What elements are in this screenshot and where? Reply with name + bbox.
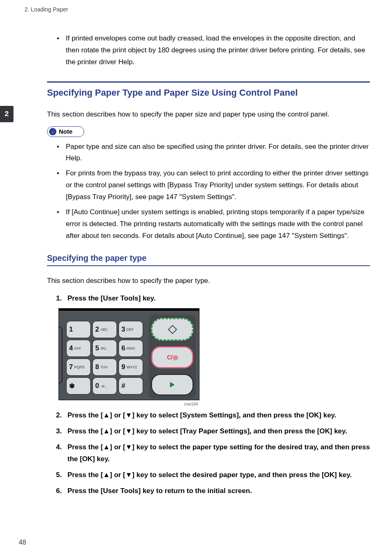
section-intro: This section describes how to specify th…	[47, 109, 370, 121]
subheading-text: Specifying the paper type	[47, 253, 370, 263]
start-button	[151, 374, 193, 395]
keypad-key-2: 2ABC	[92, 321, 117, 338]
right-button-panel: C/◎	[149, 315, 196, 399]
keypad-key-7: 7PQRS	[66, 359, 91, 376]
section-heading-text: Specifying Paper Type and Paper Size Usi…	[47, 87, 370, 98]
keypad-key-4: 4GHI	[66, 340, 91, 357]
subheading: Specifying the paper type	[47, 253, 370, 266]
start-icon	[170, 382, 175, 388]
note-list: Paper type and size can also be specifie…	[47, 141, 370, 242]
page-content: If printed envelopes come out badly crea…	[47, 33, 370, 501]
keypad-figure: 1 2ABC 3DEF 4GHI 5JKL 6MNO 7PQRS 8TUV 9W…	[58, 308, 199, 406]
note-badge: ↓ Note	[47, 126, 84, 137]
note-item: For prints from the bypass tray, you can…	[66, 168, 370, 203]
page-number: 48	[19, 539, 26, 546]
clear-stop-label: C/◎	[167, 354, 178, 361]
step-list-cont: Press the [▲] or [▼] key to select [Syst…	[47, 410, 370, 497]
note-item: If [Auto Continue] under system settings…	[66, 206, 370, 242]
keypad-key-star: ✱	[66, 377, 91, 395]
keypad-key-5: 5JKL	[92, 340, 117, 357]
diamond-icon	[168, 325, 177, 334]
step-item: Press the [User Tools] key to return to …	[56, 485, 370, 497]
step-item: Press the [User Tools] key.	[56, 293, 370, 305]
keypad-key-8: 8TUV	[92, 359, 117, 376]
clear-stop-button: C/◎	[151, 346, 193, 368]
keypad-key-1: 1	[66, 321, 91, 338]
top-bullet-list: If printed envelopes come out badly crea…	[47, 33, 370, 68]
chapter-tab: 2	[0, 106, 13, 122]
step-item: Press the [▲] or [▼] key to select [Tray…	[56, 426, 370, 437]
subsection-intro: This section describes how to specify th…	[47, 275, 370, 287]
note-label: Note	[59, 128, 72, 135]
down-arrow-icon: ↓	[49, 128, 56, 135]
user-tools-button	[151, 318, 193, 340]
keypad-grid: 1 2ABC 3DEF 4GHI 5JKL 6MNO 7PQRS 8TUV 9W…	[66, 321, 143, 395]
top-bullet-item: If printed envelopes come out badly crea…	[66, 33, 370, 68]
step-list: Press the [User Tools] key.	[47, 293, 370, 305]
step-item: Press the [▲] or [▼] key to select the p…	[56, 442, 370, 465]
keypad-key-0: 0-@._	[92, 377, 117, 395]
note-item: Paper type and size can also be specifie…	[66, 141, 370, 165]
page-header: 2. Loading Paper	[25, 6, 68, 13]
figure-label: cvw104	[58, 402, 199, 406]
keypad-key-3: 3DEF	[119, 321, 143, 338]
step-item: Press the [▲] or [▼] key to select [Syst…	[56, 410, 370, 421]
step-item: Press the [▲] or [▼] key to select the d…	[56, 469, 370, 481]
keypad-key-6: 6MNO	[119, 340, 143, 357]
keypad-key-9: 9WXYZ	[119, 359, 143, 376]
section-heading: Specifying Paper Type and Paper Size Usi…	[47, 81, 370, 98]
panel-edge	[58, 326, 63, 383]
keypad-panel: 1 2ABC 3DEF 4GHI 5JKL 6MNO 7PQRS 8TUV 9W…	[58, 308, 199, 400]
keypad-key-hash: #	[119, 377, 143, 395]
